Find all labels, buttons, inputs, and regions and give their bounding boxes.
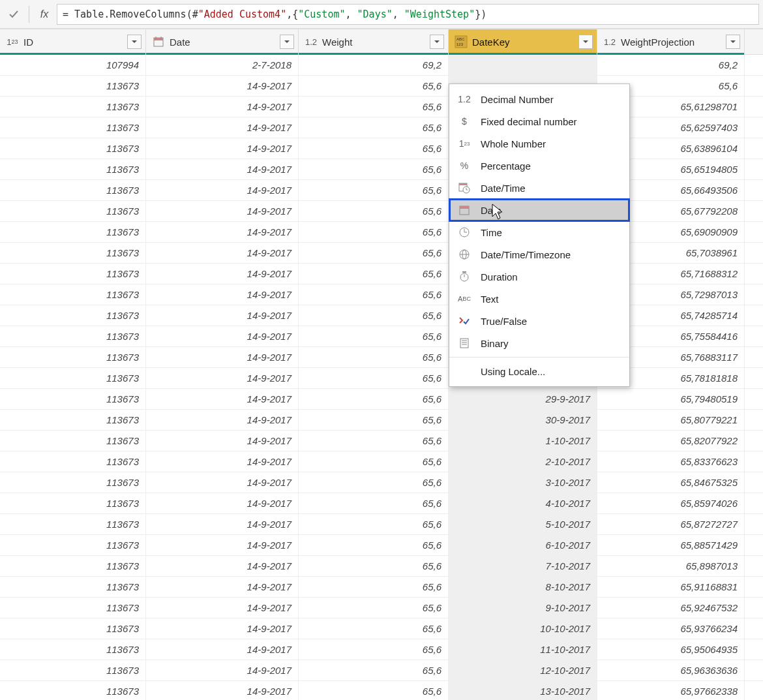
table-row[interactable]: 11367314-9-201765,665,67792208 [0,201,763,222]
menu-item-datetimetz[interactable]: Date/Time/Timezone [449,243,629,266]
decimal-type-icon[interactable]: 1.2 [304,35,318,49]
cell[interactable]: 69,2 [299,55,449,75]
cell[interactable]: 65,80779221 [597,410,745,430]
cell[interactable]: 65,6 [299,347,449,367]
column-filter-button[interactable] [578,35,593,49]
cell[interactable]: 113673 [0,368,146,388]
cell[interactable]: 65,6 [299,243,449,263]
cell[interactable]: 65,6 [299,598,449,618]
table-row[interactable]: 11367314-9-201765,65-10-201765,87272727 [0,514,763,535]
menu-item-duration[interactable]: Duration [449,266,629,288]
cell[interactable]: 113673 [0,681,146,700]
cell[interactable]: 65,6 [299,639,449,660]
cell[interactable]: 14-9-2017 [146,618,299,639]
cell[interactable]: 65,6 [299,660,449,680]
table-row[interactable]: 1079942-7-201869,269,2 [0,55,763,76]
cell[interactable]: 11-10-2017 [449,639,597,660]
cell[interactable]: 14-9-2017 [146,180,299,200]
cell[interactable]: 113673 [0,514,146,534]
cell[interactable]: 113673 [0,117,146,138]
cell[interactable]: 113673 [0,660,146,680]
cell[interactable]: 65,83376623 [597,451,745,472]
cell[interactable]: 14-9-2017 [146,138,299,159]
table-row[interactable]: 11367314-9-201765,665,62597403 [0,117,763,138]
table-row[interactable]: 11367314-9-201765,665,71688312 [0,264,763,284]
menu-item-text[interactable]: ABCText [449,288,629,310]
cell[interactable]: 65,6 [299,264,449,284]
table-row[interactable]: 11367314-9-201765,628-9-201765,78181818 [0,368,763,389]
table-row[interactable]: 11367314-9-201765,630-9-201765,80779221 [0,410,763,431]
cell[interactable]: 14-9-2017 [146,472,299,493]
menu-item-datetime[interactable]: Date/Time [449,177,629,199]
cell[interactable]: 113673 [0,284,146,305]
any-type-icon[interactable]: ABC123 [454,35,468,49]
cell[interactable]: 65,6 [299,493,449,513]
cell[interactable]: 1-10-2017 [449,431,597,451]
cell[interactable]: 29-9-2017 [449,389,597,409]
cell[interactable]: 65,6 [299,431,449,451]
cell[interactable]: 65,79480519 [597,389,745,409]
cell[interactable]: 30-9-2017 [449,410,597,430]
cell[interactable]: 65,8987013 [597,556,745,576]
cell[interactable]: 14-9-2017 [146,431,299,451]
cell[interactable]: 113673 [0,180,146,200]
cell[interactable]: 3-10-2017 [449,472,597,493]
cell[interactable]: 14-9-2017 [146,535,299,555]
cell[interactable]: 14-9-2017 [146,556,299,576]
table-row[interactable]: 11367314-9-201765,613-10-201765,97662338 [0,681,763,700]
cell[interactable]: 14-9-2017 [146,639,299,660]
table-row[interactable]: 11367314-9-201765,665,63896104 [0,138,763,159]
cell[interactable]: 2-10-2017 [449,451,597,472]
cell[interactable] [449,55,597,75]
table-row[interactable]: 11367314-9-201765,665,65194805 [0,159,763,180]
cell[interactable]: 6-10-2017 [449,535,597,555]
cell[interactable]: 113673 [0,472,146,493]
table-row[interactable]: 11367314-9-201765,62-10-201765,83376623 [0,451,763,472]
cell[interactable]: 65,6 [299,681,449,700]
cell[interactable]: 113673 [0,243,146,263]
column-header-datekey[interactable]: ABC123 DateKey [449,29,597,54]
column-header-weightprojection[interactable]: 1.2 WeightProjection [597,29,745,54]
table-row[interactable]: 11367314-9-201765,69-10-201765,92467532 [0,598,763,618]
cell[interactable]: 65,6 [299,577,449,597]
table-row[interactable]: 11367314-9-201765,66-10-201765,88571429 [0,535,763,556]
cell[interactable]: 14-9-2017 [146,598,299,618]
cell[interactable]: 4-10-2017 [449,493,597,513]
cell[interactable]: 113673 [0,264,146,284]
cell[interactable]: 65,6 [299,389,449,409]
cell[interactable]: 65,87272727 [597,514,745,534]
cell[interactable]: 113673 [0,347,146,367]
cell[interactable]: 14-9-2017 [146,97,299,117]
menu-item-decimal[interactable]: 1.2Decimal Number [449,88,629,110]
cell[interactable]: 14-9-2017 [146,201,299,221]
cell[interactable]: 107994 [0,55,146,75]
cell[interactable]: 65,6 [299,284,449,305]
cell[interactable]: 65,6 [299,159,449,179]
cell[interactable]: 14-9-2017 [146,117,299,138]
menu-item-truefalse[interactable]: True/False [449,310,629,332]
cell[interactable]: 65,82077922 [597,431,745,451]
column-filter-button[interactable] [726,35,740,49]
cell[interactable]: 14-9-2017 [146,389,299,409]
cell[interactable]: 113673 [0,431,146,451]
cell[interactable]: 113673 [0,222,146,242]
cell[interactable]: 113673 [0,556,146,576]
cell[interactable]: 65,6 [299,305,449,326]
cell[interactable]: 65,6 [299,222,449,242]
cell[interactable]: 113673 [0,76,146,96]
cell[interactable]: 65,6 [299,117,449,138]
cell[interactable]: 113673 [0,618,146,639]
table-row[interactable]: 11367314-9-201765,63-10-201765,84675325 [0,472,763,493]
table-row[interactable]: 11367314-9-201765,67-10-201765,8987013 [0,556,763,577]
cell[interactable]: 113673 [0,535,146,555]
table-row[interactable]: 11367314-9-201765,665,6 [0,76,763,97]
column-filter-button[interactable] [430,35,444,49]
table-row[interactable]: 11367314-9-201765,665,74285714 [0,305,763,326]
cell[interactable]: 65,88571429 [597,535,745,555]
cell[interactable]: 14-9-2017 [146,222,299,242]
cell[interactable]: 113673 [0,97,146,117]
cell[interactable]: 14-9-2017 [146,305,299,326]
menu-item-time[interactable]: Time [449,221,629,243]
cell[interactable]: 65,6 [299,618,449,639]
cell[interactable]: 113673 [0,410,146,430]
